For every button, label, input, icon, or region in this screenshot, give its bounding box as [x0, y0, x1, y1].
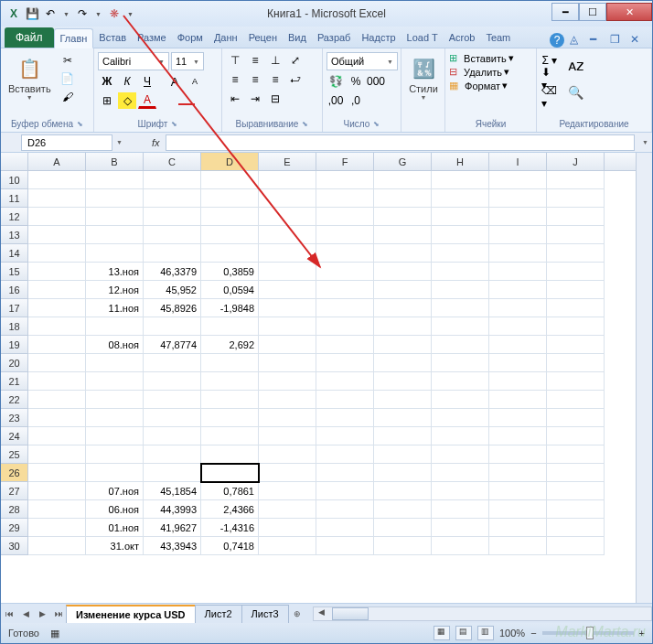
cell-H11[interactable] — [432, 189, 489, 208]
cell-A30[interactable] — [28, 537, 86, 555]
inc-decimal-button[interactable]: ,00 — [326, 92, 345, 109]
cell-G15[interactable] — [374, 263, 432, 281]
cell-D25[interactable] — [201, 445, 259, 464]
cell-B26[interactable] — [86, 464, 144, 482]
sheet-nav-3[interactable]: ⏭ — [50, 609, 67, 618]
cell-H10[interactable] — [432, 171, 489, 189]
cell-J10[interactable] — [547, 171, 605, 189]
sheet-tab-1[interactable]: Лист2 — [195, 605, 242, 623]
shrink-font-button[interactable]: A — [186, 73, 204, 90]
cell-G25[interactable] — [374, 445, 432, 464]
cell-J25[interactable] — [547, 445, 605, 464]
cell-B16[interactable]: 12.ноя — [86, 281, 144, 299]
macro-record-icon[interactable]: ▦ — [50, 628, 59, 639]
formula-input[interactable] — [166, 134, 636, 151]
cell-H24[interactable] — [432, 427, 489, 445]
file-tab[interactable]: Файл — [5, 27, 54, 48]
row-header-14[interactable]: 14 — [1, 244, 28, 263]
cell-I22[interactable] — [489, 391, 547, 409]
cell-C16[interactable]: 45,952 — [144, 281, 201, 299]
sheet-tab-0[interactable]: Изменение курса USD — [66, 605, 196, 623]
cell-A19[interactable] — [28, 336, 86, 354]
row-header-15[interactable]: 15 — [1, 263, 28, 281]
font-size-combo[interactable]: 11▼ — [171, 52, 204, 70]
cell-H26[interactable] — [432, 464, 489, 482]
cell-B18[interactable] — [86, 317, 144, 336]
cell-D14[interactable] — [201, 244, 259, 263]
cell-B24[interactable] — [86, 427, 144, 445]
cell-F26[interactable] — [316, 464, 374, 482]
cell-G13[interactable] — [374, 226, 432, 244]
cell-F30[interactable] — [316, 537, 374, 555]
cell-D11[interactable] — [201, 189, 259, 208]
qat-customize-icon[interactable]: ▼ — [125, 11, 135, 17]
comma-button[interactable]: 000 — [367, 73, 385, 90]
horizontal-scrollbar[interactable]: ◀ — [313, 606, 652, 621]
cell-I24[interactable] — [489, 427, 547, 445]
col-header-H[interactable]: H — [432, 153, 489, 170]
number-format-combo[interactable]: Общий▼ — [326, 52, 398, 70]
cell-H25[interactable] — [432, 445, 489, 464]
cell-F20[interactable] — [316, 354, 374, 372]
zoom-level[interactable]: 100% — [499, 628, 525, 639]
cell-H15[interactable] — [432, 263, 489, 281]
align-middle-button[interactable]: ≡ — [246, 52, 264, 69]
cell-F28[interactable] — [316, 500, 374, 519]
font-launcher-icon[interactable]: ⬊ — [171, 120, 177, 128]
cell-B13[interactable] — [86, 226, 144, 244]
align-launcher-icon[interactable]: ⬊ — [302, 120, 308, 128]
tab-load t[interactable]: Load T — [401, 28, 444, 48]
row-header-19[interactable]: 19 — [1, 336, 28, 354]
sheet-tab-2[interactable]: Лист3 — [241, 605, 289, 623]
row-header-12[interactable]: 12 — [1, 208, 28, 226]
cell-I15[interactable] — [489, 263, 547, 281]
cell-I19[interactable] — [489, 336, 547, 354]
cell-B19[interactable]: 08.ноя — [86, 336, 144, 354]
cell-J22[interactable] — [547, 391, 605, 409]
cell-G24[interactable] — [374, 427, 432, 445]
dec-decimal-button[interactable]: ,0 — [347, 92, 365, 109]
cell-H12[interactable] — [432, 208, 489, 226]
cell-J12[interactable] — [547, 208, 605, 226]
cell-F10[interactable] — [316, 171, 374, 189]
cell-B22[interactable] — [86, 391, 144, 409]
cell-D30[interactable]: 0,7418 — [201, 537, 259, 555]
align-center-button[interactable]: ≡ — [246, 71, 264, 88]
find-select-button[interactable]: 🔍 — [562, 80, 588, 105]
grow-font-button[interactable]: A — [166, 73, 184, 90]
row-header-26[interactable]: 26 — [1, 464, 28, 482]
cell-J20[interactable] — [547, 354, 605, 372]
align-right-button[interactable]: ≡ — [266, 71, 284, 88]
cell-C27[interactable]: 45,1854 — [144, 482, 201, 500]
tab-форм[interactable]: Форм — [172, 28, 209, 48]
cell-E18[interactable] — [259, 317, 316, 336]
row-header-11[interactable]: 11 — [1, 189, 28, 208]
cell-J27[interactable] — [547, 482, 605, 500]
cell-J19[interactable] — [547, 336, 605, 354]
cell-I14[interactable] — [489, 244, 547, 263]
new-sheet-button[interactable]: ⊕ — [289, 609, 305, 618]
maximize-button[interactable]: ☐ — [579, 3, 606, 21]
col-header-C[interactable]: C — [144, 153, 201, 170]
cell-D13[interactable] — [201, 226, 259, 244]
tab-вид[interactable]: Вид — [283, 28, 312, 48]
fill-color-button[interactable]: ◇ — [118, 92, 136, 109]
cell-C23[interactable] — [144, 409, 201, 427]
cell-D16[interactable]: 0,0594 — [201, 281, 259, 299]
cell-F24[interactable] — [316, 427, 374, 445]
cell-I30[interactable] — [489, 537, 547, 555]
currency-button[interactable]: 💱 — [326, 73, 345, 90]
minimize-ribbon-icon[interactable]: ◬ — [570, 33, 584, 48]
cell-C10[interactable] — [144, 171, 201, 189]
sheet-nav-2[interactable]: ▶ — [34, 609, 50, 618]
cell-A18[interactable] — [28, 317, 86, 336]
cell-J13[interactable] — [547, 226, 605, 244]
cell-A16[interactable] — [28, 281, 86, 299]
cell-H17[interactable] — [432, 299, 489, 317]
cell-E23[interactable] — [259, 409, 316, 427]
cell-I23[interactable] — [489, 409, 547, 427]
cell-E28[interactable] — [259, 500, 316, 519]
cell-E29[interactable] — [259, 519, 316, 537]
cell-J18[interactable] — [547, 317, 605, 336]
cell-E12[interactable] — [259, 208, 316, 226]
